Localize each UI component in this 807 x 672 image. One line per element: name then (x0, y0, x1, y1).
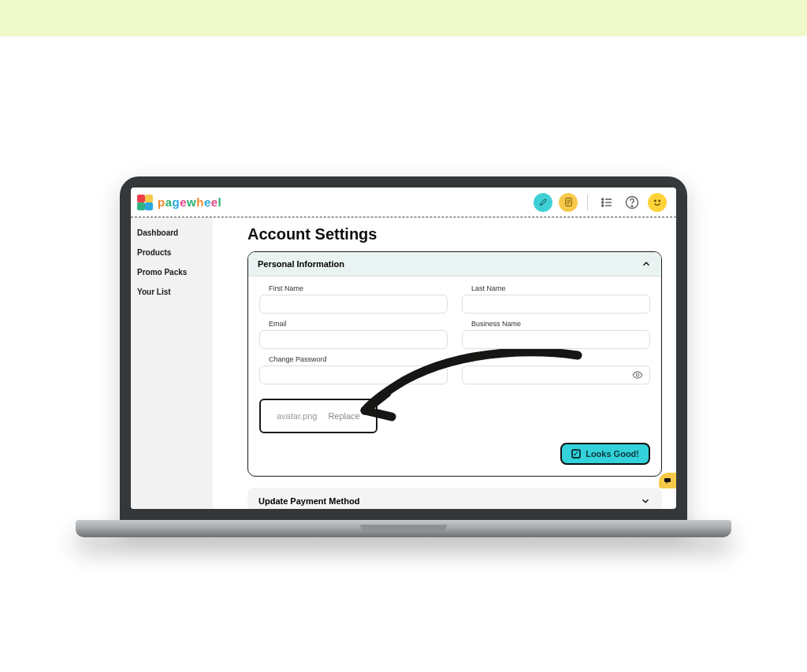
change-password-input[interactable] (259, 366, 448, 384)
sidebar-item-your-list[interactable]: Your List (137, 288, 206, 296)
svg-point-3 (602, 205, 604, 206)
svg-point-8 (636, 373, 639, 377)
stage: pagewheel (0, 36, 807, 672)
app-header: pagewheel (131, 187, 676, 217)
sidebar-item-products[interactable]: Products (137, 248, 206, 257)
sidebar-item-promo-packs[interactable]: Promo Packs (137, 268, 206, 277)
sidebar-item-dashboard[interactable]: Dashboard (137, 228, 206, 237)
check-icon: ✓ (571, 449, 581, 459)
document-icon[interactable] (559, 193, 578, 212)
svg-point-2 (602, 202, 604, 203)
app-viewport: pagewheel (131, 187, 676, 509)
rocket-icon[interactable] (534, 193, 552, 212)
top-banner (0, 0, 807, 36)
looks-good-button[interactable]: ✓ Looks Good! (560, 443, 650, 465)
avatar-filename: avatar.png (277, 411, 317, 421)
payment-method-label: Update Payment Method (258, 496, 359, 506)
chat-widget-icon[interactable] (659, 473, 676, 488)
svg-rect-9 (664, 478, 671, 482)
avatar-upload-box[interactable]: avatar.png Replace (259, 399, 377, 433)
page-title: Account Settings (247, 225, 662, 243)
chevron-up-icon (641, 258, 652, 269)
brand[interactable]: pagewheel (136, 193, 221, 212)
first-name-input[interactable] (259, 295, 448, 314)
svg-point-5 (631, 205, 633, 206)
chevron-down-icon (640, 496, 651, 507)
help-icon[interactable] (623, 193, 642, 212)
list-icon[interactable] (597, 193, 616, 212)
email-input[interactable] (259, 330, 448, 349)
avatar-replace-action[interactable]: Replace (328, 411, 359, 421)
personal-info-header[interactable]: Personal Information (248, 252, 661, 277)
eye-icon[interactable] (632, 369, 643, 381)
personal-info-footer: ✓ Looks Good! (248, 443, 661, 476)
business-name-label: Business Name (471, 320, 650, 328)
brand-name: pagewheel (158, 195, 221, 209)
laptop-screen: pagewheel (120, 176, 687, 531)
sidebar: Dashboard Products Promo Packs Your List (131, 217, 213, 509)
confirm-password-input[interactable] (462, 366, 650, 384)
last-name-label: Last Name (471, 284, 650, 292)
svg-point-7 (659, 200, 660, 202)
personal-info-header-label: Personal Information (258, 259, 344, 269)
app-body: Dashboard Products Promo Packs Your List… (131, 217, 676, 509)
laptop-base (76, 520, 731, 537)
first-name-label: First Name (269, 284, 448, 292)
laptop-notch (360, 525, 447, 533)
email-label: Email (269, 320, 448, 328)
svg-point-1 (602, 199, 604, 200)
business-name-input[interactable] (462, 330, 650, 349)
payment-method-section[interactable]: Update Payment Method (247, 488, 662, 509)
personal-info-card: Personal Information First Name (247, 251, 662, 477)
laptop-frame: pagewheel (120, 176, 687, 531)
header-divider (587, 195, 588, 210)
header-icons (534, 193, 667, 212)
pinwheel-logo-icon (136, 193, 154, 212)
svg-point-6 (655, 200, 656, 202)
personal-info-body: First Name Last Name (248, 277, 661, 443)
change-password-label: Change Password (269, 355, 448, 363)
main-content: Account Settings Personal Information Fi… (213, 217, 676, 509)
smiley-icon[interactable] (648, 193, 667, 212)
last-name-input[interactable] (462, 295, 650, 314)
looks-good-label: Looks Good! (586, 449, 639, 459)
